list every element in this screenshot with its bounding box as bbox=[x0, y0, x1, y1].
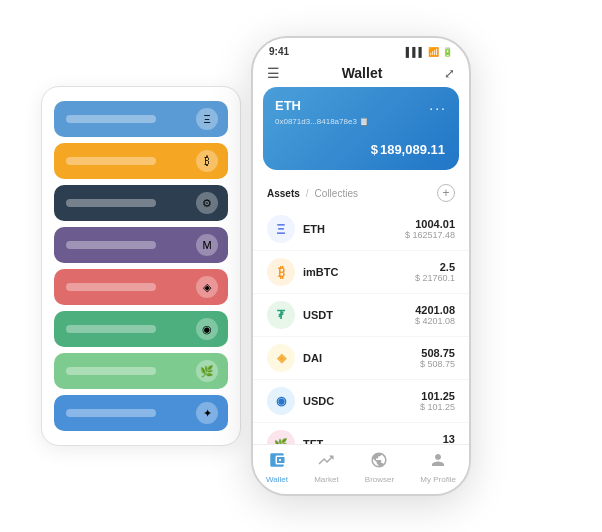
card-icon-2: ₿ bbox=[196, 150, 218, 172]
wallet-label: Wallet bbox=[266, 475, 288, 484]
card-icon-1: Ξ bbox=[196, 108, 218, 130]
tab-collecties[interactable]: Collecties bbox=[315, 188, 358, 199]
usdt-name: USDT bbox=[303, 309, 415, 321]
usdt-qty: 4201.08 bbox=[415, 304, 455, 316]
dai-qty: 508.75 bbox=[420, 347, 455, 359]
nav-profile[interactable]: My Profile bbox=[420, 451, 456, 484]
menu-icon[interactable]: ☰ bbox=[267, 65, 280, 81]
stack-card-3[interactable]: ⚙ bbox=[54, 185, 228, 221]
eth-qty: 1004.01 bbox=[405, 218, 455, 230]
imbtc-qty: 2.5 bbox=[415, 261, 455, 273]
eth-balance: $189,089.11 bbox=[275, 134, 447, 160]
add-asset-button[interactable]: + bbox=[437, 184, 455, 202]
card-text-7 bbox=[66, 367, 156, 375]
phone-frame: 9:41 ▌▌▌ 📶 🔋 ☰ Wallet ⤢ ETH ... 0x0871d3… bbox=[251, 36, 471, 496]
expand-icon[interactable]: ⤢ bbox=[444, 66, 455, 81]
stack-card-2[interactable]: ₿ bbox=[54, 143, 228, 179]
assets-tabs: Assets / Collecties bbox=[267, 188, 358, 199]
assets-header: Assets / Collecties + bbox=[253, 180, 469, 208]
scene: Ξ ₿ ⚙ M ◈ ◉ 🌿 ✦ bbox=[21, 16, 581, 516]
asset-item-usdt[interactable]: ₮ USDT 4201.08 $ 4201.08 bbox=[253, 294, 469, 337]
asset-item-imbtc[interactable]: ₿ imBTC 2.5 $ 21760.1 bbox=[253, 251, 469, 294]
dai-usd: $ 508.75 bbox=[420, 359, 455, 369]
card-text-6 bbox=[66, 325, 156, 333]
bottom-nav: Wallet Market Browser My Profile bbox=[253, 444, 469, 494]
wallet-icon bbox=[268, 451, 286, 473]
card-text-1 bbox=[66, 115, 156, 123]
card-text-5 bbox=[66, 283, 156, 291]
market-label: Market bbox=[314, 475, 338, 484]
card-text-8 bbox=[66, 409, 156, 417]
profile-label: My Profile bbox=[420, 475, 456, 484]
asset-list: Ξ ETH 1004.01 $ 162517.48 ₿ imBTC 2.5 $ … bbox=[253, 208, 469, 466]
card-icon-3: ⚙ bbox=[196, 192, 218, 214]
dai-icon: ◈ bbox=[267, 344, 295, 372]
usdc-amounts: 101.25 $ 101.25 bbox=[420, 390, 455, 412]
eth-card[interactable]: ETH ... 0x0871d3...8418a78e3 📋 $189,089.… bbox=[263, 87, 459, 170]
imbtc-name: imBTC bbox=[303, 266, 415, 278]
usdc-qty: 101.25 bbox=[420, 390, 455, 402]
stack-card-7[interactable]: 🌿 bbox=[54, 353, 228, 389]
card-text-2 bbox=[66, 157, 156, 165]
eth-amounts: 1004.01 $ 162517.48 bbox=[405, 218, 455, 240]
card-text-4 bbox=[66, 241, 156, 249]
usdc-icon: ◉ bbox=[267, 387, 295, 415]
nav-title: Wallet bbox=[342, 65, 383, 81]
card-icon-4: M bbox=[196, 234, 218, 256]
signal-icon: ▌▌▌ bbox=[406, 47, 425, 57]
nav-browser[interactable]: Browser bbox=[365, 451, 394, 484]
asset-item-usdc[interactable]: ◉ USDC 101.25 $ 101.25 bbox=[253, 380, 469, 423]
usdc-usd: $ 101.25 bbox=[420, 402, 455, 412]
asset-item-dai[interactable]: ◈ DAI 508.75 $ 508.75 bbox=[253, 337, 469, 380]
eth-usd: $ 162517.48 bbox=[405, 230, 455, 240]
eth-card-header: ETH ... bbox=[275, 97, 447, 113]
browser-icon bbox=[370, 451, 388, 473]
eth-icon: Ξ bbox=[267, 215, 295, 243]
imbtc-icon: ₿ bbox=[267, 258, 295, 286]
profile-icon bbox=[429, 451, 447, 473]
tab-assets[interactable]: Assets bbox=[267, 188, 300, 199]
card-text-3 bbox=[66, 199, 156, 207]
card-icon-8: ✦ bbox=[196, 402, 218, 424]
eth-address: 0x0871d3...8418a78e3 📋 bbox=[275, 117, 447, 126]
market-icon bbox=[317, 451, 335, 473]
browser-label: Browser bbox=[365, 475, 394, 484]
stack-card-8[interactable]: ✦ bbox=[54, 395, 228, 431]
usdc-name: USDC bbox=[303, 395, 420, 407]
dai-amounts: 508.75 $ 508.75 bbox=[420, 347, 455, 369]
usdt-icon: ₮ bbox=[267, 301, 295, 329]
card-icon-7: 🌿 bbox=[196, 360, 218, 382]
usdt-amounts: 4201.08 $ 4201.08 bbox=[415, 304, 455, 326]
balance-value: 189,089.11 bbox=[380, 142, 445, 157]
eth-more-button[interactable]: ... bbox=[429, 97, 447, 113]
status-bar: 9:41 ▌▌▌ 📶 🔋 bbox=[253, 38, 469, 61]
usdt-usd: $ 4201.08 bbox=[415, 316, 455, 326]
imbtc-usd: $ 21760.1 bbox=[415, 273, 455, 283]
status-icons: ▌▌▌ 📶 🔋 bbox=[406, 47, 453, 57]
card-icon-5: ◈ bbox=[196, 276, 218, 298]
stack-card-6[interactable]: ◉ bbox=[54, 311, 228, 347]
top-nav: ☰ Wallet ⤢ bbox=[253, 61, 469, 87]
asset-item-eth[interactable]: Ξ ETH 1004.01 $ 162517.48 bbox=[253, 208, 469, 251]
stack-card-4[interactable]: M bbox=[54, 227, 228, 263]
dai-name: DAI bbox=[303, 352, 420, 364]
status-time: 9:41 bbox=[269, 46, 289, 57]
stack-card-1[interactable]: Ξ bbox=[54, 101, 228, 137]
nav-wallet[interactable]: Wallet bbox=[266, 451, 288, 484]
wifi-icon: 📶 bbox=[428, 47, 439, 57]
stack-card-5[interactable]: ◈ bbox=[54, 269, 228, 305]
eth-name: ETH bbox=[303, 223, 405, 235]
tab-divider: / bbox=[306, 188, 309, 199]
card-icon-6: ◉ bbox=[196, 318, 218, 340]
eth-label: ETH bbox=[275, 98, 301, 113]
balance-symbol: $ bbox=[371, 142, 378, 157]
nav-market[interactable]: Market bbox=[314, 451, 338, 484]
card-stack: Ξ ₿ ⚙ M ◈ ◉ 🌿 ✦ bbox=[41, 86, 241, 446]
imbtc-amounts: 2.5 $ 21760.1 bbox=[415, 261, 455, 283]
battery-icon: 🔋 bbox=[442, 47, 453, 57]
